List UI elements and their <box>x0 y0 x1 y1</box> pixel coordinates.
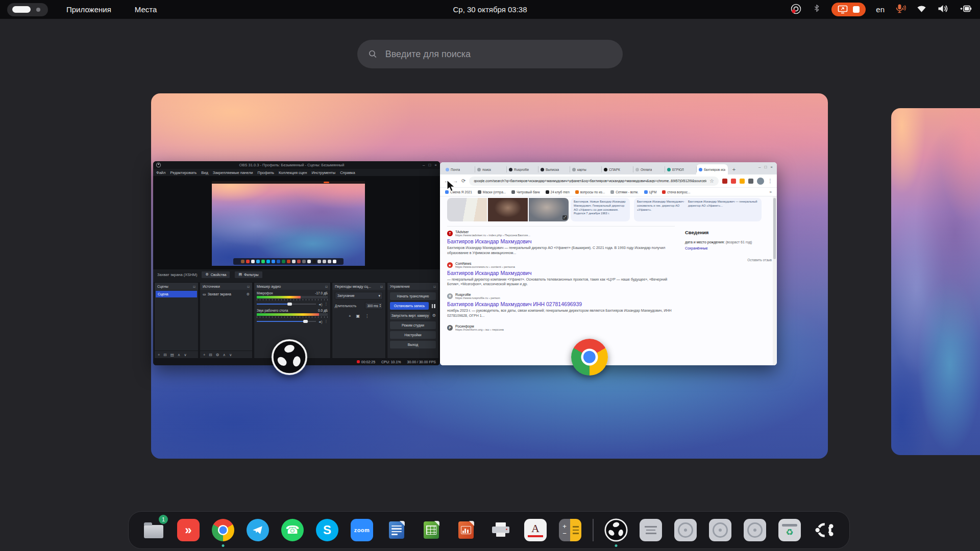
dock-disk-app-2[interactable] <box>708 518 732 542</box>
obs-properties-button[interactable]: ⚙ Свойства <box>201 271 230 279</box>
browser-menu-icon[interactable]: ⋮ <box>768 178 773 184</box>
maximize-icon[interactable]: □ <box>428 163 431 167</box>
volume-slider[interactable] <box>257 320 316 323</box>
bookmark-item[interactable]: вопросы по из... <box>575 190 605 194</box>
transitions-toolbar-button[interactable]: + <box>349 314 351 318</box>
browser-tab[interactable]: Почта <box>443 164 475 174</box>
bluetooth-icon[interactable] <box>812 4 821 15</box>
scrollbar[interactable] <box>773 196 776 365</box>
sources-toolbar-button[interactable]: ⚙ <box>216 353 219 357</box>
speaker-icon[interactable]: ◄) <box>318 320 323 323</box>
scenes-toolbar-button[interactable]: ∧ <box>178 353 181 357</box>
knowledge-link[interactable]: Сохранённые <box>685 246 772 250</box>
dock-pdf-editor[interactable]: A <box>523 518 548 542</box>
pin-icon[interactable]: ⊡ <box>433 285 436 288</box>
dock-disk-app-1[interactable] <box>673 518 698 542</box>
browser-tab[interactable]: поиск <box>475 164 506 174</box>
image-result[interactable]: ⤢ <box>529 198 569 221</box>
dock-system-app[interactable] <box>639 518 663 542</box>
search-bar[interactable] <box>357 40 623 68</box>
obs-menu-item[interactable]: Файл <box>156 170 165 175</box>
dock-files[interactable]: 1 <box>141 518 166 542</box>
bookmark-item[interactable]: 24 клуб men <box>546 190 570 194</box>
pin-icon[interactable]: ⊡ <box>325 285 328 288</box>
scenes-toolbar-button[interactable]: ⊟ <box>163 353 166 357</box>
scenes-toolbar-button[interactable]: + <box>158 353 160 357</box>
bookmark-item[interactable]: стена вопрос... <box>662 190 690 194</box>
pin-icon[interactable]: ⊡ <box>193 285 195 288</box>
extension-icon[interactable] <box>748 179 753 184</box>
obs-tray-icon[interactable] <box>790 3 802 16</box>
obs-menu-item[interactable]: Справка <box>340 170 355 175</box>
new-tab-button[interactable]: + <box>730 165 738 173</box>
workspace-preview-next[interactable] <box>891 108 980 455</box>
transitions-toolbar-button[interactable]: ▣ <box>356 314 360 318</box>
dock-obs[interactable] <box>604 518 628 542</box>
pin-icon[interactable]: ⊡ <box>380 285 383 288</box>
browser-tab[interactable]: Оплата <box>633 164 665 174</box>
keyboard-layout[interactable]: en <box>876 5 885 14</box>
stop-recording-icon[interactable] <box>853 6 860 13</box>
duration-stepper[interactable]: 300 ms ▴▾ <box>365 302 383 309</box>
bookmark-star-icon[interactable]: ☆ <box>709 178 714 184</box>
obs-menu-item[interactable]: Закрепляемые панели <box>213 170 253 175</box>
browser-tab[interactable]: ЕГРЮЛ <box>665 164 696 174</box>
dock-calculator[interactable]: +− <box>558 518 582 542</box>
snippet-card[interactable]: Бахтияров Искандар Махмудович — основате… <box>634 198 693 221</box>
browser-tab[interactable]: Выписка <box>538 164 570 174</box>
bookmark-item[interactable]: Читровый банк <box>511 190 540 194</box>
pause-icon[interactable] <box>431 304 436 309</box>
obs-menu-item[interactable]: Редактировать <box>170 170 197 175</box>
studio-mode-button[interactable]: Режим студии <box>390 321 436 329</box>
screen-recording-indicator[interactable] <box>831 3 866 16</box>
obs-studio-window[interactable]: OBS 31.0.3 - Профиль: Безымянный - Сцены… <box>153 161 440 365</box>
dock-printer[interactable] <box>488 518 513 542</box>
gear-icon[interactable]: ⚙ <box>432 313 436 318</box>
snippet-card[interactable]: Бахтияров. Новые Баходир Искандар Махмуд… <box>571 198 630 221</box>
dock-trash[interactable]: ♻ <box>777 518 802 542</box>
volume-slider[interactable] <box>257 303 316 306</box>
result-title-link[interactable]: Бахтияров Искандар Махмудович <box>447 238 673 244</box>
browser-tab[interactable]: Rusprofile <box>506 164 538 174</box>
bookmarks-overflow-icon[interactable]: » <box>770 190 772 194</box>
sources-toolbar-button[interactable]: ⊟ <box>209 353 212 357</box>
sources-toolbar-button[interactable]: ∨ <box>229 353 232 357</box>
settings-button[interactable]: Настройки <box>390 331 436 339</box>
speaker-icon[interactable]: ◄) <box>318 303 323 306</box>
dock-skype[interactable]: S <box>315 518 339 542</box>
scene-list-item[interactable]: Сцена <box>156 291 197 297</box>
bookmark-item[interactable]: Маски (отпра... <box>478 190 506 194</box>
places-menu[interactable]: Места <box>130 3 162 16</box>
dock-libreoffice-calc[interactable] <box>419 518 444 542</box>
obs-menu-item[interactable]: Профиль <box>258 170 274 175</box>
dock-libreoffice-impress[interactable] <box>454 518 478 542</box>
dock-show-applications[interactable] <box>812 518 837 542</box>
start-streaming-button[interactable]: Начать трансляцию <box>390 292 436 300</box>
result-title-link[interactable]: Бахтияров Искандар Махмудович ИНН 027814… <box>447 301 673 307</box>
image-result[interactable] <box>447 198 487 221</box>
spinner-icons[interactable]: ▴▾ <box>380 304 381 308</box>
result-title-link[interactable]: Бахтияров Искандар Махмудович <box>447 270 673 276</box>
dock-disk-app-3[interactable] <box>743 518 767 542</box>
close-icon[interactable]: × <box>434 163 437 167</box>
dock-chrome[interactable] <box>211 518 235 542</box>
feedback-link[interactable]: Оставить отзыв <box>685 258 772 262</box>
search-input[interactable] <box>384 48 611 60</box>
bookmark-item[interactable]: ЦРМ <box>644 190 657 194</box>
sources-toolbar-button[interactable]: ∧ <box>223 353 226 357</box>
wifi-icon[interactable] <box>916 4 927 15</box>
close-icon[interactable]: × <box>770 165 773 169</box>
source-list-item[interactable]: ▭ Захват экрана ⚙ <box>201 291 251 297</box>
applications-menu[interactable]: Приложения <box>61 3 116 16</box>
volume-icon[interactable] <box>937 4 948 15</box>
dock-libreoffice-writer[interactable] <box>384 518 409 542</box>
extension-icon[interactable] <box>731 179 736 184</box>
gear-icon[interactable]: ⚙ <box>247 292 250 296</box>
profile-avatar[interactable] <box>757 178 764 185</box>
scrollbar-thumb[interactable] <box>773 198 776 259</box>
extension-icon[interactable] <box>740 179 745 184</box>
dock-anydesk[interactable]: » <box>176 518 201 542</box>
pin-icon[interactable]: ⊡ <box>247 285 250 288</box>
browser-tab[interactable]: бахтияров искандар — Поиск <box>696 164 728 174</box>
dock-zoom[interactable]: zoom <box>350 518 374 542</box>
